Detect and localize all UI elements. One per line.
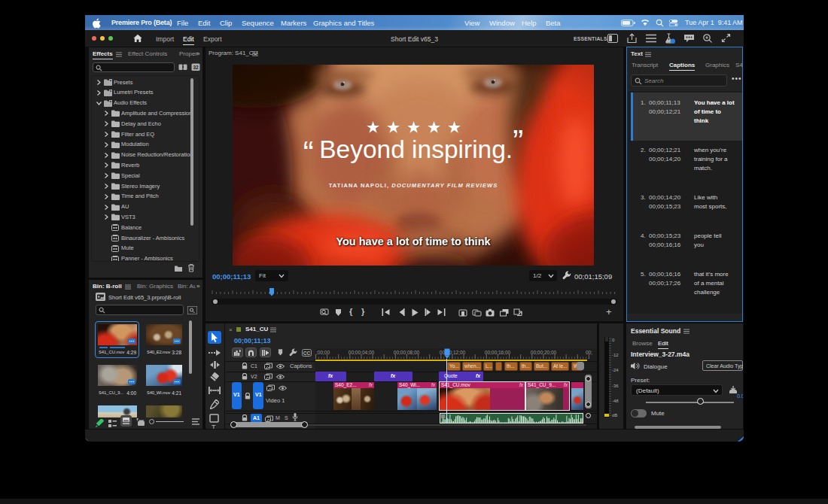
svg-text:32: 32 bbox=[193, 65, 199, 70]
